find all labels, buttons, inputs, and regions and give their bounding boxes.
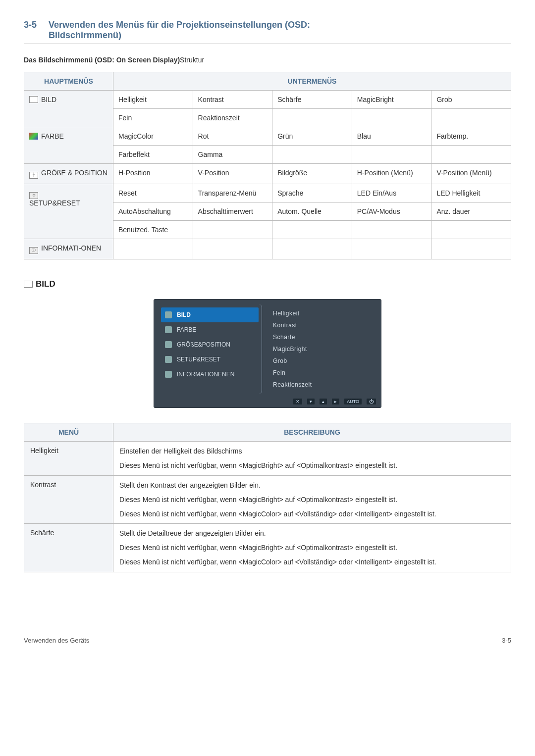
info-icon: ⓘ <box>29 247 38 254</box>
cell <box>431 146 511 164</box>
osd-sub: Grob <box>273 355 374 367</box>
osd-sub: Kontrast <box>273 319 374 331</box>
cell: Kontrast <box>193 91 272 109</box>
cell: Reaktionszeit <box>193 109 272 127</box>
cell <box>272 221 352 239</box>
th-sub: UNTERMENÜS <box>113 72 511 91</box>
cell: H-Position <box>113 164 193 184</box>
cell <box>272 239 352 259</box>
cell: Grün <box>272 127 352 146</box>
cell: Helligkeit <box>113 91 193 109</box>
cell: Schärfe <box>272 91 352 109</box>
size-icon <box>165 341 172 348</box>
cell: H-Position (Menü) <box>352 164 431 184</box>
th-menu: MENÜ <box>24 423 113 442</box>
cell: Blau <box>352 127 431 146</box>
osd-sub: Helligkeit <box>273 307 374 319</box>
osd-item-info: INFORMATIONENEN <box>158 367 262 382</box>
cell: Anz. dauer <box>431 202 511 221</box>
cell: V-Position <box>193 164 272 184</box>
th-main: HAUPTMENÜS <box>24 72 113 91</box>
cell <box>352 146 431 164</box>
color-icon <box>165 326 172 333</box>
main-bild: BILD <box>24 91 113 127</box>
cell <box>431 221 511 239</box>
cell <box>272 146 352 164</box>
structure-table: HAUPTMENÜS UNTERMENÜS BILD Helligkeit Ko… <box>24 72 511 259</box>
cell: Farbtemp. <box>431 127 511 146</box>
desc-text: Stellt die Detailtreue der angezeigten B… <box>113 524 511 572</box>
cell <box>193 221 272 239</box>
picture-icon <box>165 311 172 318</box>
cell: MagicBright <box>352 91 431 109</box>
cell: Reset <box>113 184 193 202</box>
osd-sub: Reaktionszeit <box>273 379 374 391</box>
osd-item-farbe: FARBE <box>158 322 262 337</box>
cell: LED Ein/Aus <box>352 184 431 202</box>
cell: Fein <box>113 109 193 127</box>
picture-icon <box>24 281 33 288</box>
cell: Autom. Quelle <box>272 202 352 221</box>
osd-left-menu: BILD FARBE GRÖßE&POSITION SETUP&RESET IN… <box>158 304 262 394</box>
main-info: ⓘINFORMATI-ONEN <box>24 239 113 259</box>
cell: Gamma <box>193 146 272 164</box>
divider <box>24 44 511 44</box>
enter-icon: ▸ <box>332 399 339 404</box>
cell <box>193 239 272 259</box>
cell <box>113 239 193 259</box>
cell: Grob <box>431 91 511 109</box>
cell: Farbeffekt <box>113 146 193 164</box>
desc-menu: Kontrast <box>24 475 113 524</box>
cell: AutoAbschaltung <box>113 202 193 221</box>
main-farbe: FARBE <box>24 127 113 164</box>
desc-menu: Schärfe <box>24 524 113 572</box>
osd-item-size: GRÖßE&POSITION <box>158 337 262 352</box>
section-number: 3-5 <box>24 20 37 30</box>
close-icon: ✕ <box>293 399 302 404</box>
cell: Rot <box>193 127 272 146</box>
setup-icon <box>165 356 172 363</box>
intro-text: Das Bildschirmmenü (OSD: On Screen Displ… <box>24 56 511 64</box>
osd-sub: Schärfe <box>273 331 374 343</box>
setup-icon: ⚙ <box>29 192 38 199</box>
cell <box>352 109 431 127</box>
main-size: ╋GRÖßE & POSITION <box>24 164 113 184</box>
bild-heading: BILD <box>24 279 511 289</box>
section-title: Verwenden des Menüs für die Projektionse… <box>49 20 310 41</box>
cell: Bildgröße <box>272 164 352 184</box>
osd-item-setup: SETUP&RESET <box>158 352 262 367</box>
color-icon <box>29 133 38 140</box>
osd-footer: ✕ ▾ ▴ ▸ AUTO ⏻ <box>154 397 381 407</box>
cell: MagicColor <box>113 127 193 146</box>
osd-item-bild: BILD <box>161 307 259 322</box>
cell <box>352 239 431 259</box>
cell <box>431 239 511 259</box>
osd-sub: MagicBright <box>273 343 374 355</box>
description-table: MENÜ BESCHREIBUNG Helligkeit Einstellen … <box>24 423 511 572</box>
picture-icon <box>29 96 38 103</box>
section-header: 3-5 Verwenden des Menüs für die Projekti… <box>24 20 511 41</box>
footer-left: Verwenden des Geräts <box>24 637 89 644</box>
info-icon <box>165 371 172 378</box>
desc-text: Einstellen der Helligkeit des Bildschirm… <box>113 442 511 476</box>
up-icon: ▴ <box>320 399 327 404</box>
desc-text: Stellt den Kontrast der angezeigten Bild… <box>113 475 511 524</box>
main-setup: ⚙SETUP&RESET <box>24 184 113 239</box>
cell: V-Position (Menü) <box>431 164 511 184</box>
cell: Sprache <box>272 184 352 202</box>
down-icon: ▾ <box>307 399 315 404</box>
th-desc: BESCHREIBUNG <box>113 423 511 442</box>
cell: Benutzed. Taste <box>113 221 193 239</box>
footer-right: 3-5 <box>502 637 511 644</box>
cell: Abschalttimerwert <box>193 202 272 221</box>
cell <box>272 109 352 127</box>
cell <box>431 109 511 127</box>
auto-label: AUTO <box>344 399 362 404</box>
osd-screenshot: BILD FARBE GRÖßE&POSITION SETUP&RESET IN… <box>154 299 381 408</box>
desc-menu: Helligkeit <box>24 442 113 476</box>
page-footer: Verwenden des Geräts 3-5 <box>24 637 511 644</box>
osd-sub: Fein <box>273 367 374 379</box>
cell <box>352 221 431 239</box>
cell: PC/AV-Modus <box>352 202 431 221</box>
power-icon: ⏻ <box>367 399 376 404</box>
